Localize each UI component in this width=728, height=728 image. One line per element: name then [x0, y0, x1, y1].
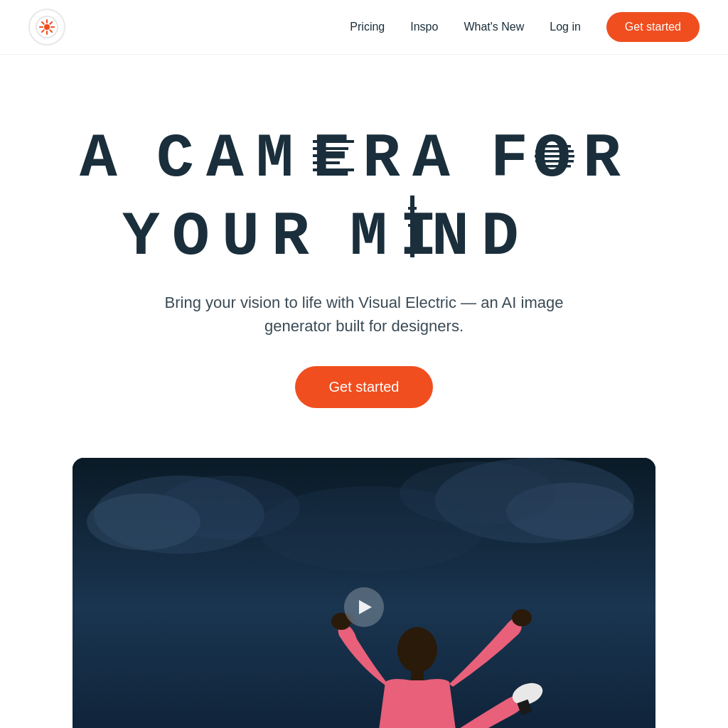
nav-get-started-button[interactable]: Get started: [606, 12, 700, 42]
svg-text:U: U: [222, 202, 265, 268]
nav-inspo[interactable]: Inspo: [410, 21, 438, 33]
svg-line-6: [50, 30, 52, 32]
video-play-button[interactable]: [344, 587, 384, 627]
hero-subtitle: Bring your vision to life with Visual El…: [144, 291, 584, 338]
nav-links: Pricing Inspo What's New Log in Get star…: [350, 12, 700, 42]
svg-text:O: O: [533, 124, 577, 194]
svg-rect-17: [313, 154, 344, 157]
video-background: [73, 458, 655, 728]
hero-section: .title-text { font-family: 'Courier New'…: [0, 55, 728, 444]
svg-text:C: C: [156, 124, 200, 194]
svg-text:D: D: [481, 202, 525, 268]
svg-text:R: R: [272, 202, 315, 268]
svg-text:R: R: [583, 124, 626, 194]
svg-text:M: M: [350, 202, 393, 268]
video-container[interactable]: [73, 458, 655, 728]
play-icon: [359, 600, 372, 614]
svg-line-7: [50, 22, 52, 24]
svg-rect-26: [535, 155, 574, 158]
svg-text:N: N: [432, 202, 475, 268]
svg-rect-19: [313, 168, 354, 171]
nav-login[interactable]: Log in: [550, 21, 581, 33]
svg-rect-27: [535, 160, 574, 163]
svg-rect-28: [538, 165, 571, 168]
logo-icon: [35, 15, 59, 39]
svg-text:O: O: [172, 202, 215, 268]
svg-text:R: R: [363, 124, 406, 194]
svg-rect-18: [313, 161, 340, 164]
logo[interactable]: [28, 9, 65, 46]
svg-point-50: [397, 627, 437, 673]
svg-text:A: A: [206, 124, 250, 194]
svg-text:F: F: [491, 124, 534, 194]
nav-pricing[interactable]: Pricing: [350, 21, 385, 33]
hero-get-started-button[interactable]: Get started: [295, 366, 434, 408]
hero-title-wrapper: .title-text { font-family: 'Courier New'…: [14, 112, 714, 268]
hero-title-svg: .title-text { font-family: 'Courier New'…: [80, 112, 648, 268]
video-section: [0, 444, 728, 728]
svg-text:A: A: [412, 124, 456, 194]
svg-text:E: E: [313, 124, 356, 194]
svg-line-8: [42, 30, 44, 32]
svg-rect-25: [535, 150, 574, 153]
svg-point-53: [512, 609, 532, 626]
svg-rect-24: [538, 145, 571, 148]
svg-text:M: M: [256, 124, 299, 194]
svg-rect-16: [313, 147, 348, 150]
navbar: Pricing Inspo What's New Log in Get star…: [0, 0, 728, 55]
svg-point-49: [257, 486, 485, 572]
nav-whats-new[interactable]: What's New: [464, 21, 524, 33]
svg-text:Y: Y: [122, 202, 166, 268]
svg-text:A: A: [80, 124, 123, 194]
svg-rect-15: [313, 140, 354, 143]
svg-point-9: [44, 24, 50, 30]
svg-rect-51: [411, 670, 424, 680]
svg-line-5: [42, 22, 44, 24]
